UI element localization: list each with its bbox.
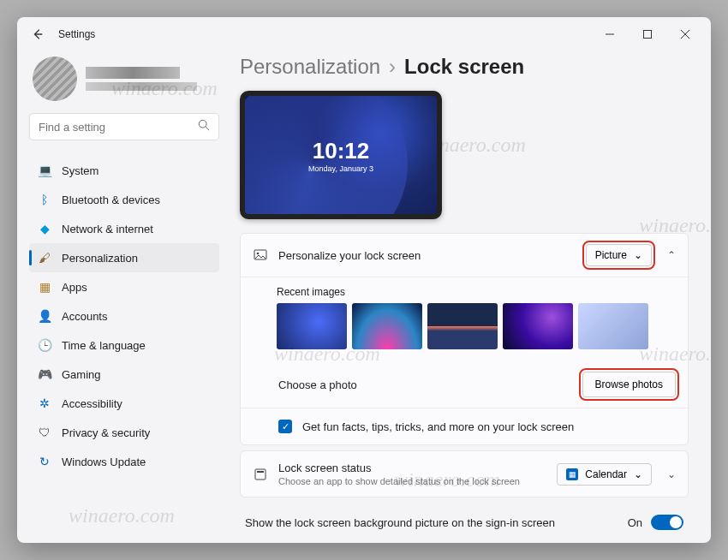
- breadcrumb-current: Lock screen: [404, 55, 524, 79]
- close-icon: [681, 30, 689, 39]
- nav-label: Privacy & security: [62, 426, 150, 439]
- chevron-right-icon: ›: [389, 55, 396, 79]
- sidebar-item-apps[interactable]: ▦Apps: [29, 272, 219, 301]
- signin-label: Show the lock screen background picture …: [245, 516, 628, 529]
- nav-label: Bluetooth & devices: [62, 194, 160, 206]
- thumbnail-1[interactable]: [277, 303, 347, 349]
- recent-images: [241, 300, 688, 361]
- breadcrumb-parent[interactable]: Personalization: [240, 55, 380, 79]
- user-email: [86, 82, 197, 91]
- status-title: Lock screen status Choose an app to show…: [278, 462, 546, 486]
- expand-toggle[interactable]: ⌄: [667, 468, 676, 480]
- thumbnail-4[interactable]: [503, 303, 573, 349]
- sidebar: 💻SystemᛒBluetooth & devices◆Network & in…: [17, 51, 231, 543]
- personalize-title: Personalize your lock screen: [278, 249, 576, 262]
- nav-label: Network & internet: [62, 223, 153, 235]
- main-panel: Personalization › Lock screen 10:12 Mond…: [231, 51, 711, 543]
- nav-label: Accounts: [62, 310, 107, 323]
- sidebar-item-accounts[interactable]: 👤Accounts: [29, 301, 219, 331]
- maximize-icon: [643, 30, 652, 39]
- user-name: [86, 67, 180, 79]
- minimize-button[interactable]: [591, 21, 629, 48]
- close-button[interactable]: [666, 21, 704, 48]
- nav-icon: 🛡: [38, 426, 51, 439]
- choose-photo-label: Choose a photo: [278, 378, 572, 391]
- expand-toggle[interactable]: ⌃: [667, 249, 676, 261]
- status-app-value: Calendar: [585, 468, 627, 480]
- calendar-icon: ▦: [566, 468, 578, 480]
- nav-icon: ᛒ: [38, 193, 51, 206]
- nav-icon: 👤: [38, 309, 51, 323]
- svg-rect-0: [644, 31, 652, 39]
- lockscreen-preview: 10:12 Monday, January 3: [240, 91, 442, 219]
- funfacts-checkbox[interactable]: ✓: [278, 420, 292, 433]
- nav-list: 💻SystemᛒBluetooth & devices◆Network & in…: [29, 156, 219, 476]
- nav-icon: 🎮: [38, 367, 51, 381]
- status-card: Lock screen status Choose an app to show…: [240, 450, 689, 497]
- nav-icon: ↻: [38, 455, 51, 468]
- status-icon: [253, 467, 268, 482]
- sidebar-item-privacy-security[interactable]: 🛡Privacy & security: [29, 418, 219, 447]
- picture-icon: [253, 247, 268, 263]
- avatar: [33, 57, 77, 101]
- nav-icon: 🖌: [38, 251, 51, 265]
- sidebar-item-network-internet[interactable]: ◆Network & internet: [29, 214, 219, 243]
- user-block[interactable]: [29, 51, 219, 113]
- signin-toggle[interactable]: [651, 515, 683, 530]
- status-app-dropdown[interactable]: ▦ Calendar ⌄: [557, 463, 652, 486]
- personalize-card: Personalize your lock screen Picture ⌄ ⌃…: [240, 233, 689, 445]
- dropdown-value: Picture: [595, 249, 627, 261]
- arrow-left-icon: [32, 28, 44, 40]
- thumbnail-2[interactable]: [352, 303, 422, 349]
- svg-point-3: [257, 253, 260, 255]
- svg-point-1: [199, 120, 206, 128]
- nav-icon: 🕒: [38, 338, 51, 352]
- toggle-state: On: [628, 516, 642, 529]
- window-title: Settings: [58, 28, 95, 40]
- nav-label: Personalization: [62, 252, 138, 265]
- nav-label: System: [62, 164, 98, 177]
- preview-date: Monday, January 3: [308, 164, 373, 173]
- nav-icon: ✲: [38, 396, 51, 410]
- breadcrumb: Personalization › Lock screen: [240, 55, 689, 79]
- signin-row: Show the lock screen background picture …: [240, 503, 689, 542]
- maximize-button[interactable]: [629, 21, 666, 48]
- chevron-down-icon: ⌄: [634, 468, 642, 480]
- settings-window: winaero.com winaero.com winaero.com wina…: [17, 17, 711, 543]
- nav-label: Accessibility: [62, 397, 122, 410]
- svg-rect-4: [255, 469, 266, 480]
- svg-rect-5: [257, 471, 264, 473]
- nav-label: Apps: [62, 281, 87, 294]
- search-input[interactable]: [39, 121, 198, 134]
- nav-icon: ▦: [38, 280, 51, 294]
- nav-label: Windows Update: [62, 456, 146, 468]
- lockscreen-type-dropdown[interactable]: Picture ⌄: [586, 244, 652, 266]
- sidebar-item-system[interactable]: 💻System: [29, 156, 219, 185]
- sidebar-item-gaming[interactable]: 🎮Gaming: [29, 360, 219, 389]
- funfacts-label: Get fun facts, tips, tricks, and more on…: [302, 420, 676, 433]
- thumbnail-3[interactable]: [427, 303, 498, 349]
- preview-time: 10:12: [313, 138, 370, 164]
- sidebar-item-time-language[interactable]: 🕒Time & language: [29, 331, 219, 360]
- sidebar-item-personalization[interactable]: 🖌Personalization: [29, 243, 219, 272]
- sidebar-item-windows-update[interactable]: ↻Windows Update: [29, 447, 219, 476]
- minimize-icon: [606, 30, 614, 39]
- status-subtitle: Choose an app to show detailed status on…: [278, 476, 546, 486]
- nav-label: Time & language: [62, 339, 146, 352]
- nav-icon: 💻: [38, 164, 51, 177]
- sidebar-item-bluetooth-devices[interactable]: ᛒBluetooth & devices: [29, 185, 219, 214]
- back-button[interactable]: [24, 21, 51, 48]
- browse-photos-button[interactable]: Browse photos: [582, 372, 676, 397]
- search-icon: [198, 119, 210, 134]
- nav-icon: ◆: [38, 222, 51, 235]
- search-box[interactable]: [29, 113, 219, 140]
- titlebar: Settings: [17, 17, 711, 51]
- sidebar-item-accessibility[interactable]: ✲Accessibility: [29, 389, 219, 418]
- recent-images-label: Recent images: [241, 277, 688, 300]
- thumbnail-5[interactable]: [578, 303, 648, 349]
- chevron-down-icon: ⌄: [634, 249, 642, 261]
- nav-label: Gaming: [62, 368, 101, 381]
